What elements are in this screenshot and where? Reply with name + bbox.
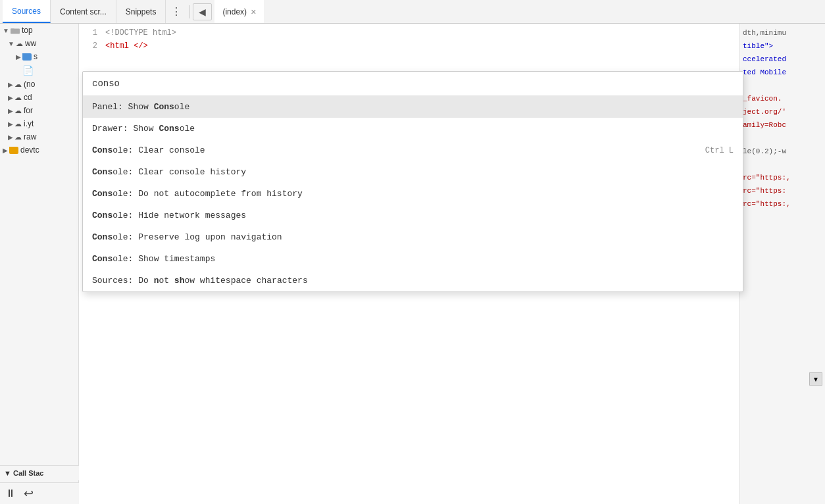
step-button[interactable]: ↩ (24, 486, 34, 501)
item-text-1: Panel: Show Console (92, 102, 189, 112)
sidebar: ▼ top ▼ ☁ ww ▶ s 📄 ▶ ☁ (0, 24, 79, 504)
code-line-1: 1 <!DOCTYPE html> (79, 26, 739, 39)
arrow-icon-ww: ▼ (8, 40, 14, 47)
arrow-icon-cd: ▶ (8, 94, 13, 101)
rc-line-2: tible"> (743, 39, 822, 53)
tree-item-devtc[interactable]: ▶ devtc (0, 143, 78, 157)
tree-item-s[interactable]: ▶ s (0, 50, 78, 63)
tree-label-ww: ww (25, 39, 36, 48)
rc-line-7: ject.org/' (743, 105, 822, 118)
file-icon: 📄 (22, 65, 34, 76)
pause-button[interactable]: ⏸ (5, 488, 16, 499)
tree-label-no: (no (24, 80, 35, 89)
rc-line-9 (743, 132, 822, 145)
item-text-8: Console: Show timestamps (92, 254, 215, 264)
autocomplete-item-2[interactable]: Drawer: Show Console (83, 118, 743, 139)
bold-match-1: Cons (154, 102, 174, 112)
tab-snippets[interactable]: Snippets (116, 0, 166, 23)
arrow-icon-s: ▶ (16, 53, 21, 61)
rc-line-13: rc="https: (743, 184, 822, 197)
autocomplete-typed-text: conso (92, 78, 120, 89)
autocomplete-item-7[interactable]: Console: Preserve log upon navigation (83, 226, 743, 248)
item-text-6: Console: Hide network messages (92, 211, 246, 220)
tree-item-no[interactable]: ▶ ☁ (no (0, 78, 78, 91)
arrow-icon: ▼ (3, 27, 9, 34)
rc-line-14: rc="https:, (743, 197, 822, 211)
tab-content-scripts-label: Content scr... (60, 7, 107, 16)
tab-divider (189, 5, 190, 18)
cloud-icon-raw: ☁ (14, 133, 22, 141)
tree-item-raw[interactable]: ▶ ☁ raw (0, 130, 78, 143)
tree-label-iyt: i.yt (24, 119, 34, 128)
svg-rect-1 (11, 29, 14, 31)
file-tab-close-button[interactable]: × (251, 7, 256, 16)
tree-item-ww[interactable]: ▼ ☁ ww (0, 37, 78, 50)
arrow-icon-raw: ▶ (8, 134, 13, 141)
rc-line-6: _favicon. (743, 92, 822, 105)
tree-item-for[interactable]: ▶ ☁ for (0, 104, 78, 117)
right-panel-content: dth,minimu tible"> ccelerated ted Mobile… (740, 24, 825, 213)
bold-match-5: Cons (92, 189, 113, 199)
bold-match-6: Cons (92, 211, 113, 220)
panel-toggle-button[interactable]: ◀ (193, 3, 212, 20)
tree-item-iyt[interactable]: ▶ ☁ i.yt (0, 117, 78, 130)
right-panel: dth,minimu tible"> ccelerated ted Mobile… (739, 24, 825, 504)
tree-label-s: s (34, 52, 38, 61)
autocomplete-item-5[interactable]: Console: Do not autocomplete from histor… (83, 183, 743, 205)
line-number-1: 1 (79, 26, 105, 39)
bottom-controls: ⏸ ↩ (0, 482, 79, 504)
tree-label-devtc: devtc (20, 145, 39, 155)
rc-line-3: ccelerated (743, 53, 822, 66)
autocomplete-item-1[interactable]: Panel: Show Console (83, 96, 743, 118)
tab-bar: Sources Content scr... Snippets ⋮ ◀ (ind… (0, 0, 825, 24)
autocomplete-item-3[interactable]: Console: Clear console Ctrl L (83, 139, 743, 161)
bold-match-9b: sh (174, 276, 185, 286)
bold-match-4: Cons (92, 167, 113, 177)
tab-more-button[interactable]: ⋮ (166, 0, 187, 23)
folder-icon-devtc (9, 147, 18, 154)
bold-match-9a: n (154, 276, 159, 286)
tree-item-top[interactable]: ▼ top (0, 24, 78, 37)
cloud-icon-no: ☁ (14, 80, 22, 89)
arrow-icon-for: ▶ (8, 107, 13, 114)
arrow-icon-iyt: ▶ (8, 120, 13, 128)
line-content-2: <html </> (105, 39, 148, 53)
item-text-9: Sources: Do not show whitespace characte… (92, 276, 308, 286)
autocomplete-search-input[interactable]: conso (83, 72, 743, 96)
file-tab-label: (index) (222, 7, 247, 16)
arrow-icon-no: ▶ (8, 81, 13, 88)
item-text-3: Console: Clear console (92, 145, 205, 155)
rc-line-5 (743, 79, 822, 92)
rc-line-8: amily=Robc (743, 118, 822, 132)
call-stack-section: ▼ Call Stac (0, 465, 79, 480)
scroll-down-button[interactable]: ▼ (809, 372, 822, 386)
bold-match-7: Cons (92, 232, 113, 242)
autocomplete-item-6[interactable]: Console: Hide network messages (83, 205, 743, 226)
rc-line-11 (743, 158, 822, 171)
shortcut-3: Ctrl L (705, 146, 734, 155)
rc-line-4: ted Mobile (743, 66, 822, 79)
tab-sources-label: Sources (12, 7, 41, 16)
cloud-icon-iyt: ☁ (14, 120, 22, 128)
tree-label-for: for (24, 106, 33, 115)
autocomplete-item-8[interactable]: Console: Show timestamps (83, 248, 743, 270)
autocomplete-item-4[interactable]: Console: Clear console history (83, 161, 743, 183)
tab-snippets-label: Snippets (126, 7, 157, 16)
rc-line-12: rc="https:, (743, 171, 822, 184)
bold-match-2: Cons (159, 124, 179, 134)
line-content-1: <!DOCTYPE html> (105, 26, 176, 39)
bold-match-8: Cons (92, 254, 113, 264)
arrow-icon-devtc: ▶ (3, 147, 8, 154)
tab-sources[interactable]: Sources (3, 0, 51, 23)
tree-item-cd[interactable]: ▶ ☁ cd (0, 91, 78, 104)
cloud-icon-ww: ☁ (16, 39, 23, 48)
cloud-icon-cd: ☁ (14, 93, 22, 102)
item-text-4: Console: Clear console history (92, 167, 246, 177)
autocomplete-dropdown: conso Panel: Show Console Drawer: Show C… (82, 71, 743, 292)
file-tab-index[interactable]: (index) × (214, 0, 264, 23)
tab-content-scripts[interactable]: Content scr... (51, 0, 116, 23)
tree-item-file[interactable]: 📄 (0, 63, 78, 78)
item-text-5: Console: Do not autocomplete from histor… (92, 189, 303, 199)
item-text-2: Drawer: Show Console (92, 124, 195, 134)
autocomplete-item-9[interactable]: Sources: Do not show whitespace characte… (83, 270, 743, 291)
